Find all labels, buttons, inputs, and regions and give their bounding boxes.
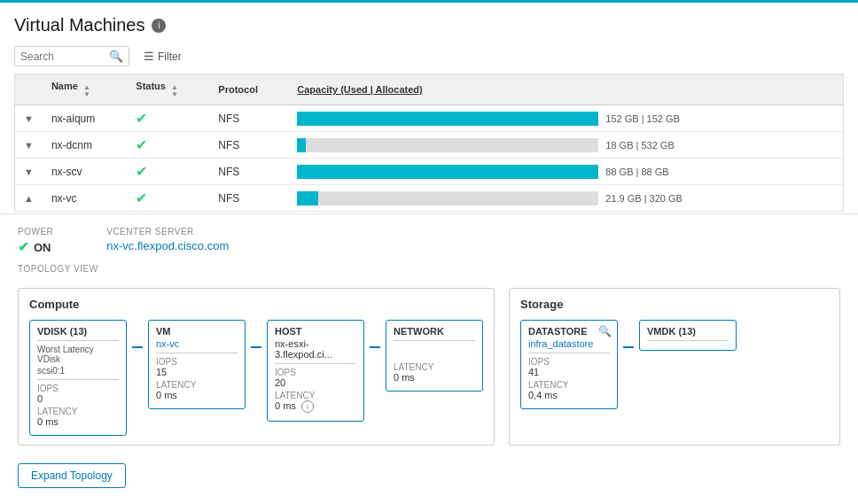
- power-section: POWER ✔ ON: [18, 227, 53, 255]
- row-protocol-3: NFS: [209, 185, 288, 212]
- search-box: 🔍: [14, 46, 129, 66]
- vm-table: Name ▲▼ Status ▲▼ Protocol Capacity (Use…: [14, 74, 844, 212]
- compute-title: Compute: [29, 298, 483, 311]
- row-expand-3[interactable]: ▲: [15, 185, 43, 212]
- network-title: NETWORK: [394, 326, 475, 337]
- expand-topology-button[interactable]: Expand Topology: [18, 463, 126, 488]
- status-sort-icon: ▲▼: [171, 84, 178, 98]
- vdisk-sub1-label: Worst Latency VDisk: [37, 345, 119, 364]
- row-name-3: nx-vc: [43, 185, 127, 212]
- row-name-0: nx-aiqum: [43, 105, 127, 132]
- capacity-label: 152 GB | 152 GB: [605, 113, 680, 124]
- vm-latency: LATENCY 0 ms: [156, 380, 238, 400]
- row-capacity-1: 18 GB | 532 GB: [288, 132, 843, 159]
- page-title: Virtual Machines i: [14, 15, 844, 35]
- datastore-zoom-icon[interactable]: 🔍: [598, 325, 612, 337]
- connector-host-network: [370, 320, 380, 348]
- status-ok-icon: ✔: [136, 137, 147, 152]
- row-status-0: ✔: [127, 105, 209, 132]
- connector-vm-host: [251, 320, 261, 348]
- host-iops: IOPS 20: [275, 368, 356, 388]
- table-row: ▼ nx-aiqum ✔ NFS 152 GB | 152 GB: [15, 105, 843, 132]
- filter-button[interactable]: ☰ Filter: [138, 47, 187, 66]
- compute-section: Compute VDISK (13) Worst Latency VDisk s…: [18, 288, 495, 446]
- capacity-bar-fill: [297, 191, 318, 205]
- connector-ds-vmdk: [623, 320, 634, 348]
- col-status[interactable]: Status ▲▼: [127, 74, 209, 105]
- vcenter-link[interactable]: nx-vc.flexpod.cisco.com: [106, 239, 229, 252]
- row-protocol-0: NFS: [209, 105, 288, 132]
- chevron-icon[interactable]: ▼: [24, 140, 34, 151]
- col-expand: [15, 74, 43, 105]
- row-protocol-1: NFS: [209, 132, 288, 159]
- vmdk-card: VMDK (13): [639, 320, 737, 351]
- row-expand-2[interactable]: ▼: [15, 159, 43, 185]
- page-info-icon[interactable]: i: [152, 19, 166, 33]
- search-icon[interactable]: 🔍: [109, 50, 123, 63]
- row-status-1: ✔: [127, 132, 209, 159]
- status-ok-icon: ✔: [136, 190, 147, 205]
- row-name-2: nx-scv: [43, 159, 127, 185]
- power-value: ✔ ON: [18, 239, 53, 255]
- vdisk-title: VDISK (13): [37, 326, 119, 337]
- host-latency: LATENCY 0 ms i: [275, 391, 356, 413]
- network-latency: LATENCY 0 ms: [394, 362, 475, 383]
- topology-label: TOPOLOGY VIEW: [18, 264, 840, 274]
- vdisk-sub1-value: scsi0:1: [37, 366, 119, 376]
- row-capacity-0: 152 GB | 152 GB: [288, 105, 843, 132]
- capacity-bar-bg: [297, 138, 598, 152]
- datastore-card: DATASTORE 🔍 infra_datastore IOPS 41 LATE…: [520, 320, 618, 409]
- row-status-3: ✔: [127, 185, 209, 212]
- status-ok-icon: ✔: [136, 111, 147, 126]
- topology-view: Compute VDISK (13) Worst Latency VDisk s…: [18, 281, 840, 454]
- vm-title: VM: [156, 326, 238, 337]
- table-row: ▲ nx-vc ✔ NFS 21.9 GB | 320 GB: [15, 185, 843, 212]
- row-expand-1[interactable]: ▼: [15, 132, 43, 159]
- connector-vdisk-vm: [132, 320, 143, 348]
- capacity-bar-bg: [297, 191, 598, 205]
- storage-title: Storage: [520, 298, 829, 311]
- capacity-bar-fill: [297, 112, 598, 126]
- detail-panel: POWER ✔ ON VCENTER SERVER nx-vc.flexpod.…: [0, 213, 858, 500]
- row-name-1: nx-dcnm: [43, 132, 127, 159]
- col-capacity: Capacity (Used | Allocated): [288, 74, 843, 105]
- row-capacity-2: 88 GB | 88 GB: [288, 159, 843, 185]
- vm-iops: IOPS 15: [156, 357, 238, 377]
- row-status-2: ✔: [127, 159, 209, 185]
- chevron-icon[interactable]: ▼: [24, 167, 34, 177]
- table-row: ▼ nx-scv ✔ NFS 88 GB | 88 GB: [15, 159, 843, 185]
- power-label: POWER: [18, 227, 53, 236]
- name-sort-icon: ▲▼: [83, 84, 90, 98]
- capacity-label: 18 GB | 532 GB: [605, 140, 674, 151]
- row-expand-0[interactable]: ▼: [15, 105, 43, 132]
- vcenter-label: VCENTER SERVER: [106, 227, 229, 236]
- host-latency-info-icon[interactable]: i: [301, 400, 314, 413]
- network-card: NETWORK LATENCY 0 ms: [386, 320, 483, 392]
- row-capacity-3: 21.9 GB | 320 GB: [288, 185, 843, 212]
- col-protocol: Protocol: [209, 74, 288, 105]
- search-input[interactable]: [20, 50, 109, 63]
- datastore-iops: IOPS 41: [528, 357, 610, 377]
- row-protocol-2: NFS: [209, 159, 288, 185]
- chevron-icon[interactable]: ▼: [24, 113, 34, 124]
- capacity-label: 88 GB | 88 GB: [605, 167, 668, 177]
- vm-card: VM nx-vc IOPS 15 LATENCY 0 ms: [148, 320, 246, 409]
- host-title: HOST: [275, 326, 356, 337]
- datastore-subtitle: infra_datastore: [528, 338, 610, 349]
- host-subtitle: nx-esxi-3.flexpod.ci...: [275, 338, 356, 360]
- vdisk-card: VDISK (13) Worst Latency VDisk scsi0:1 I…: [29, 320, 127, 436]
- chevron-icon[interactable]: ▲: [24, 193, 34, 204]
- capacity-bar-fill: [297, 165, 598, 179]
- vmdk-title: VMDK (13): [647, 326, 729, 337]
- storage-section: Storage DATASTORE 🔍 infra_datastore IOPS…: [509, 288, 840, 446]
- vdisk-iops: IOPS 0: [37, 384, 119, 404]
- host-card: HOST nx-esxi-3.flexpod.ci... IOPS 20 LAT…: [267, 320, 364, 422]
- vcenter-section: VCENTER SERVER nx-vc.flexpod.cisco.com: [106, 227, 229, 255]
- filter-icon: ☰: [144, 50, 154, 63]
- capacity-bar-bg: [297, 165, 598, 179]
- col-name[interactable]: Name ▲▼: [43, 74, 127, 105]
- status-ok-icon: ✔: [136, 164, 147, 179]
- capacity-bar-bg: [297, 112, 598, 126]
- capacity-label: 21.9 GB | 320 GB: [605, 193, 682, 204]
- table-row: ▼ nx-dcnm ✔ NFS 18 GB | 532 GB: [15, 132, 843, 159]
